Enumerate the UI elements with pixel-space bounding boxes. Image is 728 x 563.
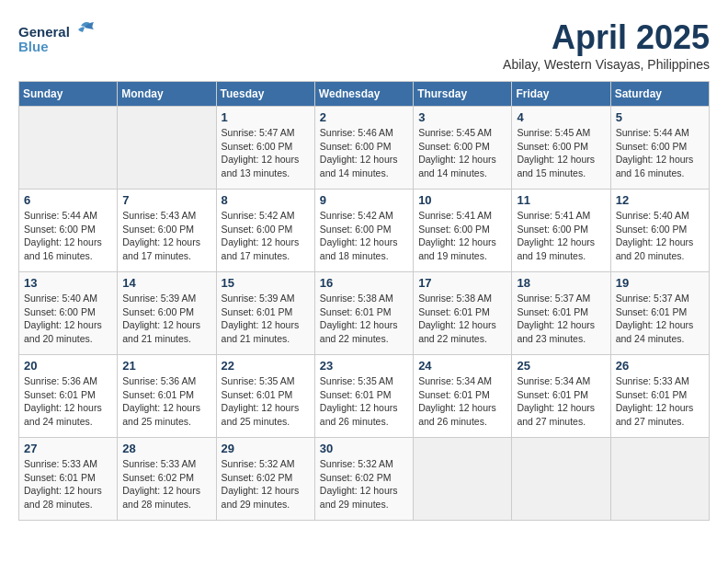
calendar-cell: 3Sunrise: 5:45 AMSunset: 6:00 PMDaylight… — [414, 107, 512, 190]
day-number: 9 — [320, 193, 408, 207]
calendar-cell: 15Sunrise: 5:39 AMSunset: 6:01 PMDayligh… — [216, 272, 314, 355]
day-number: 23 — [320, 359, 408, 373]
day-number: 17 — [418, 276, 506, 290]
day-number: 6 — [24, 193, 112, 207]
day-info: Sunrise: 5:35 AMSunset: 6:01 PMDaylight:… — [222, 374, 310, 429]
day-number: 26 — [616, 359, 704, 373]
calendar-cell: 21Sunrise: 5:36 AMSunset: 6:01 PMDayligh… — [118, 355, 216, 438]
day-info: Sunrise: 5:45 AMSunset: 6:00 PMDaylight:… — [418, 126, 506, 180]
header-row: SundayMondayTuesdayWednesdayThursdayFrid… — [19, 82, 710, 107]
calendar-table: SundayMondayTuesdayWednesdayThursdayFrid… — [18, 81, 710, 521]
calendar-cell: 8Sunrise: 5:42 AMSunset: 6:00 PMDaylight… — [216, 190, 314, 272]
week-row-2: 6Sunrise: 5:44 AMSunset: 6:00 PMDaylight… — [19, 190, 710, 272]
day-info: Sunrise: 5:42 AMSunset: 6:00 PMDaylight:… — [320, 209, 408, 263]
day-number: 20 — [24, 359, 112, 373]
calendar-cell: 7Sunrise: 5:43 AMSunset: 6:00 PMDaylight… — [118, 190, 216, 272]
day-info: Sunrise: 5:40 AMSunset: 6:00 PMDaylight:… — [24, 292, 112, 346]
day-number: 28 — [122, 442, 210, 455]
day-info: Sunrise: 5:46 AMSunset: 6:00 PMDaylight:… — [320, 126, 408, 180]
day-number: 16 — [320, 276, 408, 290]
calendar-cell — [19, 107, 118, 190]
day-number: 7 — [122, 193, 210, 207]
logo-svg: General Blue — [18, 18, 101, 60]
week-row-4: 20Sunrise: 5:36 AMSunset: 6:01 PMDayligh… — [19, 355, 710, 438]
day-info: Sunrise: 5:41 AMSunset: 6:00 PMDaylight:… — [517, 209, 605, 263]
calendar-cell: 25Sunrise: 5:34 AMSunset: 6:01 PMDayligh… — [512, 355, 610, 438]
calendar-cell: 16Sunrise: 5:38 AMSunset: 6:01 PMDayligh… — [314, 272, 413, 355]
header-day-monday: Monday — [118, 82, 216, 107]
logo: General Blue — [18, 18, 101, 60]
calendar-cell: 22Sunrise: 5:35 AMSunset: 6:01 PMDayligh… — [216, 355, 314, 438]
calendar-cell: 11Sunrise: 5:41 AMSunset: 6:00 PMDayligh… — [512, 190, 610, 272]
day-info: Sunrise: 5:38 AMSunset: 6:01 PMDaylight:… — [320, 292, 408, 346]
title-block: April 2025 Abilay, Western Visayas, Phil… — [503, 18, 710, 72]
calendar-cell: 18Sunrise: 5:37 AMSunset: 6:01 PMDayligh… — [512, 272, 610, 355]
day-number: 15 — [222, 276, 310, 290]
day-number: 30 — [320, 442, 408, 455]
day-number: 4 — [517, 110, 605, 124]
day-info: Sunrise: 5:47 AMSunset: 6:00 PMDaylight:… — [222, 126, 310, 180]
calendar-cell: 14Sunrise: 5:39 AMSunset: 6:00 PMDayligh… — [118, 272, 216, 355]
calendar-cell — [414, 438, 512, 521]
day-number: 12 — [616, 193, 704, 207]
day-number: 14 — [122, 276, 210, 290]
day-info: Sunrise: 5:37 AMSunset: 6:01 PMDaylight:… — [517, 292, 605, 346]
calendar-cell: 4Sunrise: 5:45 AMSunset: 6:00 PMDaylight… — [512, 107, 610, 190]
day-number: 19 — [616, 276, 704, 290]
calendar-cell: 9Sunrise: 5:42 AMSunset: 6:00 PMDaylight… — [314, 190, 413, 272]
header-day-thursday: Thursday — [414, 82, 512, 107]
week-row-3: 13Sunrise: 5:40 AMSunset: 6:00 PMDayligh… — [19, 272, 710, 355]
calendar-cell: 26Sunrise: 5:33 AMSunset: 6:01 PMDayligh… — [610, 355, 709, 438]
month-title: April 2025 — [503, 18, 710, 57]
header-day-friday: Friday — [512, 82, 610, 107]
day-number: 25 — [517, 359, 605, 373]
day-number: 10 — [418, 193, 506, 207]
page-header: General Blue April 2025 Abilay, Western … — [18, 18, 710, 72]
day-info: Sunrise: 5:43 AMSunset: 6:00 PMDaylight:… — [122, 209, 210, 263]
calendar-cell: 17Sunrise: 5:38 AMSunset: 6:01 PMDayligh… — [414, 272, 512, 355]
calendar-cell: 28Sunrise: 5:33 AMSunset: 6:02 PMDayligh… — [118, 438, 216, 521]
day-number: 1 — [222, 110, 310, 124]
day-info: Sunrise: 5:39 AMSunset: 6:00 PMDaylight:… — [122, 292, 210, 346]
day-number: 22 — [222, 359, 310, 373]
week-row-5: 27Sunrise: 5:33 AMSunset: 6:01 PMDayligh… — [19, 438, 710, 521]
header-day-sunday: Sunday — [19, 82, 118, 107]
subtitle: Abilay, Western Visayas, Philippines — [503, 57, 710, 72]
calendar-cell: 27Sunrise: 5:33 AMSunset: 6:01 PMDayligh… — [19, 438, 118, 521]
header-day-saturday: Saturday — [610, 82, 709, 107]
day-number: 13 — [24, 276, 112, 290]
day-info: Sunrise: 5:40 AMSunset: 6:00 PMDaylight:… — [616, 209, 704, 263]
calendar-cell: 2Sunrise: 5:46 AMSunset: 6:00 PMDaylight… — [314, 107, 413, 190]
day-number: 2 — [320, 110, 408, 124]
day-info: Sunrise: 5:36 AMSunset: 6:01 PMDaylight:… — [122, 374, 210, 429]
calendar-cell: 29Sunrise: 5:32 AMSunset: 6:02 PMDayligh… — [216, 438, 314, 521]
day-number: 29 — [222, 442, 310, 455]
day-info: Sunrise: 5:39 AMSunset: 6:01 PMDaylight:… — [222, 292, 310, 346]
day-info: Sunrise: 5:41 AMSunset: 6:00 PMDaylight:… — [418, 209, 506, 263]
calendar-cell: 30Sunrise: 5:32 AMSunset: 6:02 PMDayligh… — [314, 438, 413, 521]
day-info: Sunrise: 5:38 AMSunset: 6:01 PMDaylight:… — [418, 292, 506, 346]
day-info: Sunrise: 5:42 AMSunset: 6:00 PMDaylight:… — [222, 209, 310, 263]
day-number: 27 — [24, 442, 112, 455]
calendar-cell: 24Sunrise: 5:34 AMSunset: 6:01 PMDayligh… — [414, 355, 512, 438]
day-info: Sunrise: 5:34 AMSunset: 6:01 PMDaylight:… — [517, 374, 605, 429]
day-info: Sunrise: 5:35 AMSunset: 6:01 PMDaylight:… — [320, 374, 408, 429]
day-number: 5 — [616, 110, 704, 124]
svg-text:General: General — [18, 24, 70, 40]
calendar-cell: 12Sunrise: 5:40 AMSunset: 6:00 PMDayligh… — [610, 190, 709, 272]
calendar-cell: 13Sunrise: 5:40 AMSunset: 6:00 PMDayligh… — [19, 272, 118, 355]
day-info: Sunrise: 5:45 AMSunset: 6:00 PMDaylight:… — [517, 126, 605, 180]
header-day-tuesday: Tuesday — [216, 82, 314, 107]
calendar-cell — [512, 438, 610, 521]
calendar-cell: 20Sunrise: 5:36 AMSunset: 6:01 PMDayligh… — [19, 355, 118, 438]
day-info: Sunrise: 5:33 AMSunset: 6:01 PMDaylight:… — [24, 457, 112, 511]
day-number: 18 — [517, 276, 605, 290]
day-number: 21 — [122, 359, 210, 373]
svg-text:Blue: Blue — [18, 39, 49, 54]
day-info: Sunrise: 5:36 AMSunset: 6:01 PMDaylight:… — [24, 374, 112, 429]
calendar-cell — [118, 107, 216, 190]
day-info: Sunrise: 5:33 AMSunset: 6:02 PMDaylight:… — [122, 457, 210, 511]
day-info: Sunrise: 5:44 AMSunset: 6:00 PMDaylight:… — [24, 209, 112, 263]
day-info: Sunrise: 5:32 AMSunset: 6:02 PMDaylight:… — [320, 457, 408, 511]
calendar-cell: 1Sunrise: 5:47 AMSunset: 6:00 PMDaylight… — [216, 107, 314, 190]
